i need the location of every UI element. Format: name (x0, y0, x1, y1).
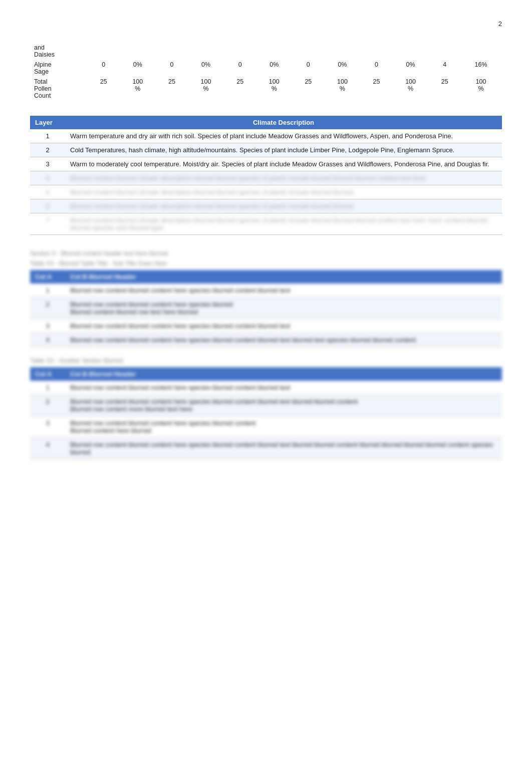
cell: 25 (429, 77, 460, 101)
top-summary-table: and Daisies Alpine Sage 0 0% 0 0% 0 0% 0… (30, 43, 502, 101)
layer-number-blurred: 7 (30, 213, 65, 235)
table-row: 2 Blurred row content blurred content he… (30, 298, 502, 319)
cell-blurred: Blurred row content blurred content here… (65, 381, 502, 395)
table-row: 3 Warm to moderately cool temperature. M… (30, 157, 502, 171)
table-row: 1 Warm temperature and dry air with rich… (30, 129, 502, 143)
blurred-col-header: Col A (30, 367, 65, 381)
cell-blurred: Blurred row content blurred content here… (65, 319, 502, 333)
cell: 25 (156, 77, 187, 101)
climate-description-blurred: Blurred content blurred climate descript… (65, 185, 502, 199)
cell-blurred: Blurred row content blurred content here… (65, 395, 502, 416)
table-row-blurred: 7 Blurred content blurred climate descri… (30, 213, 502, 235)
layer-number-blurred: 4 (30, 171, 65, 185)
blurred-col-header: Col A (30, 270, 65, 284)
cell-blurred: 1 (30, 381, 65, 395)
cell: 100% (119, 77, 156, 101)
blurred-section-2: Table XX - Another Section Blurred Col A… (30, 357, 502, 459)
table-row-blurred: 5 Blurred content blurred climate descri… (30, 185, 502, 199)
cell: 100% (255, 77, 293, 101)
layer-number: 3 (30, 157, 65, 171)
blurred-table-1: Col A Col B Blurred Header 1 Blurred row… (30, 270, 502, 347)
table-row: 4 Blurred row content blurred content he… (30, 438, 502, 459)
climate-description-table: Layer Climate Description 1 Warm tempera… (30, 116, 502, 235)
table-row: 1 Blurred row content blurred content he… (30, 284, 502, 298)
cell: 100% (392, 77, 429, 101)
climate-description-blurred: Blurred content blurred climate descript… (65, 171, 502, 185)
climate-description-blurred: Blurred content blurred climate descript… (65, 213, 502, 235)
cell: 0 (156, 60, 187, 77)
table-row: 2 Cold Temperatures, hash climate, high … (30, 143, 502, 157)
col-header-layer: Layer (30, 116, 65, 129)
cell-blurred: Blurred row content blurred content here… (65, 438, 502, 459)
col-header-description: Climate Description (65, 116, 502, 129)
cell: 0% (187, 60, 224, 77)
page-number: 2 (30, 20, 502, 28)
cell-blurred: Blurred row content blurred content here… (65, 298, 502, 319)
blurred-label-2: Table XX - Another Section Blurred (30, 357, 502, 364)
row-label: Total Pollen Count (30, 77, 88, 101)
cell: 16% (460, 60, 502, 77)
row-label: Alpine Sage (30, 60, 88, 77)
cell: 0% (255, 60, 293, 77)
row-label: and Daisies (30, 43, 88, 60)
climate-description: Warm to moderately cool temperature. Moi… (65, 157, 502, 171)
cell: 0% (392, 60, 429, 77)
cell: 25 (88, 77, 119, 101)
cell-blurred: 2 (30, 298, 65, 319)
table-row: Alpine Sage 0 0% 0 0% 0 0% 0 0% 0 0% 4 1… (30, 60, 502, 77)
cell-blurred: 2 (30, 395, 65, 416)
layer-number-blurred: 5 (30, 185, 65, 199)
cell-blurred: Blurred row content blurred content here… (65, 284, 502, 298)
cell: 0% (324, 60, 361, 77)
cell: 25 (293, 77, 324, 101)
layer-number-blurred: 6 (30, 199, 65, 213)
table-row: 4 Blurred row content blurred content he… (30, 333, 502, 347)
climate-description: Cold Temperatures, hash climate, high al… (65, 143, 502, 157)
cell-blurred: Blurred row content blurred content here… (65, 333, 502, 347)
cell-blurred: 3 (30, 416, 65, 438)
blurred-label-1b: Table XX - Blurred Table Title - Sub Tit… (30, 260, 502, 267)
cell: 100% (324, 77, 361, 101)
blurred-label-1a: Section X - Blurred content header text … (30, 250, 502, 257)
table-row: 2 Blurred row content blurred content he… (30, 395, 502, 416)
cell: 0 (361, 60, 392, 77)
cell-blurred: Blurred row content blurred content here… (65, 416, 502, 438)
cell-blurred: 1 (30, 284, 65, 298)
blurred-section-1: Section X - Blurred content header text … (30, 250, 502, 347)
table-row-blurred: 4 Blurred content blurred climate descri… (30, 171, 502, 185)
cell-blurred: 4 (30, 438, 65, 459)
table-row: and Daisies (30, 43, 502, 60)
cell-blurred: 4 (30, 333, 65, 347)
blurred-col-header: Col B Blurred Header (65, 367, 502, 381)
layer-number: 2 (30, 143, 65, 157)
cell: 4 (429, 60, 460, 77)
table-row: 1 Blurred row content blurred content he… (30, 381, 502, 395)
table-row: 3 Blurred row content blurred content he… (30, 416, 502, 438)
climate-description-blurred: Blurred content blurred climate descript… (65, 199, 502, 213)
table-row: 3 Blurred row content blurred content he… (30, 319, 502, 333)
cell-blurred: 3 (30, 319, 65, 333)
layer-number: 1 (30, 129, 65, 143)
cell: 25 (361, 77, 392, 101)
cell: 100% (460, 77, 502, 101)
cell: 25 (225, 77, 255, 101)
cell: 0 (293, 60, 324, 77)
climate-description: Warm temperature and dry air with rich s… (65, 129, 502, 143)
cell: 100% (187, 77, 224, 101)
blurred-table-2: Col A Col B Blurred Header 1 Blurred row… (30, 367, 502, 459)
cell: 0% (119, 60, 156, 77)
table-row-blurred: 6 Blurred content blurred climate descri… (30, 199, 502, 213)
blurred-col-header: Col B Blurred Header (65, 270, 502, 284)
cell: 0 (225, 60, 255, 77)
cell: 0 (88, 60, 119, 77)
table-row: Total Pollen Count 25 100% 25 100% 25 10… (30, 77, 502, 101)
